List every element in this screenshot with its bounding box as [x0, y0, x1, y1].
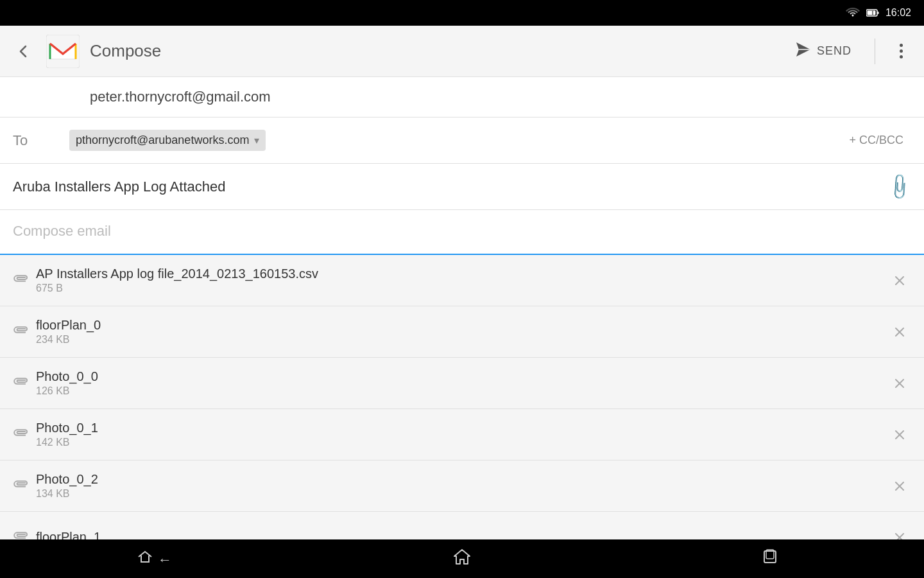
attachment-name: floorPlan_1	[36, 530, 888, 540]
subject-row[interactable]: Aruba Installers App Log Attached 📎	[0, 164, 924, 210]
svg-rect-2	[877, 12, 878, 14]
attachment-info: floorPlan_1	[36, 530, 888, 540]
attachment-row: floorPlan_1	[0, 512, 924, 539]
remove-attachment-button[interactable]	[888, 526, 911, 539]
to-row[interactable]: To pthornycroft@arubanetworks.com ▾ + CC…	[0, 118, 924, 164]
attachment-name: Photo_0_0	[36, 369, 888, 384]
paperclip-icon	[8, 527, 30, 539]
body-placeholder: Compose email	[13, 223, 111, 239]
attachment-info: Photo_0_2134 KB	[36, 472, 888, 500]
more-options-button[interactable]	[888, 39, 914, 64]
remove-attachment-button[interactable]	[888, 372, 911, 395]
paperclip-icon	[8, 475, 30, 497]
nav-back-icon: ←	[136, 549, 172, 568]
attachment-row: AP Installers App log file_2014_0213_160…	[0, 255, 924, 306]
app-bar: Compose SEND	[0, 26, 924, 77]
to-recipient-chip[interactable]: pthornycroft@arubanetworks.com ▾	[69, 130, 266, 151]
attachment-row: floorPlan_0234 KB	[0, 306, 924, 358]
app-title: Compose	[90, 41, 777, 61]
nav-home-icon	[453, 548, 471, 569]
to-recipient-text: pthornycroft@arubanetworks.com	[76, 134, 249, 147]
remove-attachment-button[interactable]	[888, 423, 911, 446]
paperclip-icon	[8, 270, 30, 292]
nav-home-button[interactable]	[443, 546, 481, 572]
nav-recents-button[interactable]	[751, 546, 789, 572]
remove-attachment-button[interactable]	[888, 320, 911, 344]
status-time: 16:02	[886, 7, 911, 19]
attachment-name: AP Installers App log file_2014_0213_160…	[36, 267, 888, 281]
cc-bcc-button[interactable]: + CC/BCC	[841, 128, 911, 152]
wifi-icon	[846, 6, 860, 19]
to-label: To	[13, 132, 64, 149]
attach-icon[interactable]: 📎	[884, 171, 915, 202]
attachment-row: Photo_0_2134 KB	[0, 460, 924, 512]
attachment-size: 126 KB	[36, 385, 888, 397]
svg-rect-1	[867, 11, 875, 15]
chip-expand-icon: ▾	[254, 134, 259, 146]
attachment-size: 134 KB	[36, 488, 888, 500]
bottom-nav: ←	[0, 539, 924, 578]
gmail-logo	[44, 32, 82, 71]
attachment-info: floorPlan_0234 KB	[36, 318, 888, 346]
battery-icon	[866, 8, 879, 17]
attachment-size: 142 KB	[36, 437, 888, 448]
from-email: peter.thornycroft@gmail.com	[90, 89, 271, 105]
attachment-name: floorPlan_0	[36, 318, 888, 333]
attachment-row: Photo_0_0126 KB	[0, 358, 924, 409]
paperclip-icon	[8, 321, 30, 343]
attachment-size: 675 B	[36, 283, 888, 294]
paperclip-icon	[8, 372, 30, 394]
remove-attachment-button[interactable]	[888, 475, 911, 498]
nav-back-button[interactable]: ←	[135, 546, 173, 572]
attachment-size: 234 KB	[36, 334, 888, 346]
subject-field: Aruba Installers App Log Attached	[13, 179, 889, 195]
attachment-info: AP Installers App log file_2014_0213_160…	[36, 267, 888, 294]
paperclip-icon	[8, 424, 30, 446]
nav-recents-icon	[762, 548, 778, 569]
toolbar-divider	[875, 39, 875, 64]
more-dots-icon	[900, 44, 903, 58]
send-button[interactable]: SEND	[785, 36, 862, 66]
from-row: peter.thornycroft@gmail.com	[0, 77, 924, 118]
attachment-name: Photo_0_2	[36, 472, 888, 487]
attachment-name: Photo_0_1	[36, 421, 888, 435]
attachment-info: Photo_0_0126 KB	[36, 369, 888, 397]
send-icon	[795, 41, 812, 61]
attachment-row: Photo_0_1142 KB	[0, 409, 924, 460]
attachments-area: AP Installers App log file_2014_0213_160…	[0, 255, 924, 539]
send-label: SEND	[817, 44, 851, 58]
back-button[interactable]	[10, 39, 36, 64]
status-bar: 16:02	[0, 0, 924, 26]
compose-content: peter.thornycroft@gmail.com To pthornycr…	[0, 77, 924, 539]
attachment-info: Photo_0_1142 KB	[36, 421, 888, 448]
remove-attachment-button[interactable]	[888, 269, 911, 292]
body-row[interactable]: Compose email	[0, 210, 924, 255]
